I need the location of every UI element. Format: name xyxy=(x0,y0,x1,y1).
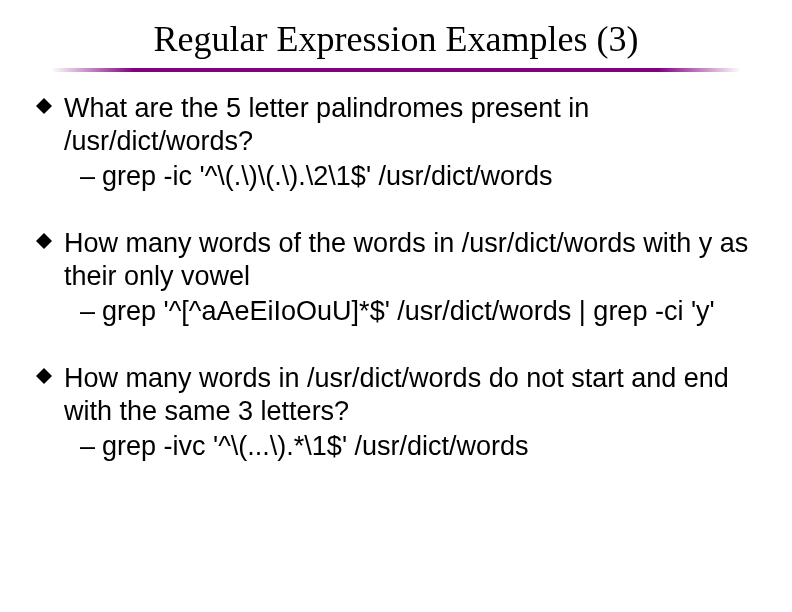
svg-marker-2 xyxy=(36,368,52,384)
dash-bullet-icon: – xyxy=(80,430,102,463)
sub-item: – grep '^[^aAeEiIoOuU]*$' /usr/dict/word… xyxy=(80,295,756,328)
bullet-line: What are the 5 letter palindromes presen… xyxy=(36,92,756,158)
dash-bullet-icon: – xyxy=(80,160,102,193)
list-item: What are the 5 letter palindromes presen… xyxy=(36,92,756,193)
slide-title: Regular Expression Examples (3) xyxy=(0,0,792,68)
sub-item: – grep -ic '^\(.\)\(.\).\2\1$' /usr/dict… xyxy=(80,160,756,193)
bullet-line: How many words in /usr/dict/words do not… xyxy=(36,362,756,428)
title-underline xyxy=(51,68,741,72)
question-text: What are the 5 letter palindromes presen… xyxy=(64,92,756,158)
sub-item: – grep -ivc '^\(...\).*\1$' /usr/dict/wo… xyxy=(80,430,756,463)
diamond-bullet-icon xyxy=(36,227,64,249)
svg-marker-0 xyxy=(36,98,52,114)
answer-text: grep -ivc '^\(...\).*\1$' /usr/dict/word… xyxy=(102,430,756,463)
diamond-bullet-icon xyxy=(36,92,64,114)
answer-text: grep -ic '^\(.\)\(.\).\2\1$' /usr/dict/w… xyxy=(102,160,756,193)
slide-content: What are the 5 letter palindromes presen… xyxy=(0,92,792,462)
question-text: How many words of the words in /usr/dict… xyxy=(64,227,756,293)
svg-marker-1 xyxy=(36,233,52,249)
list-item: How many words of the words in /usr/dict… xyxy=(36,227,756,328)
list-item: How many words in /usr/dict/words do not… xyxy=(36,362,756,463)
bullet-line: How many words of the words in /usr/dict… xyxy=(36,227,756,293)
answer-text: grep '^[^aAeEiIoOuU]*$' /usr/dict/words … xyxy=(102,295,756,328)
diamond-bullet-icon xyxy=(36,362,64,384)
dash-bullet-icon: – xyxy=(80,295,102,328)
question-text: How many words in /usr/dict/words do not… xyxy=(64,362,756,428)
